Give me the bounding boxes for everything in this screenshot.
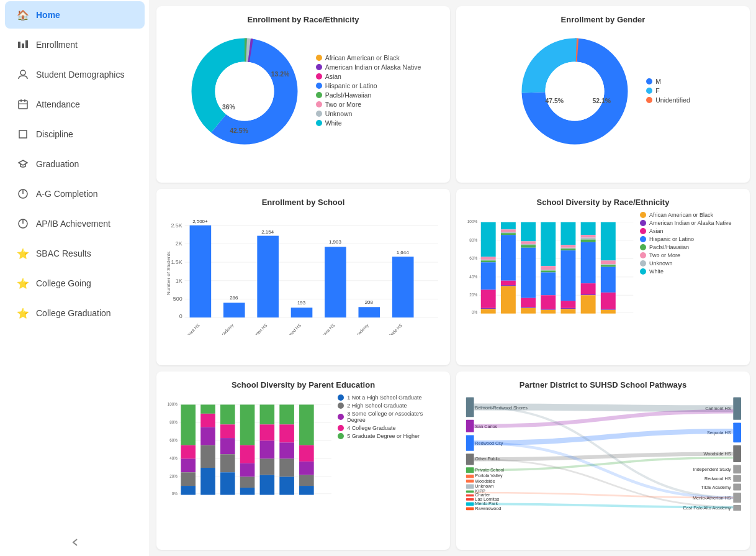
svg-rect-154: [181, 445, 196, 459]
sidebar-item-ap-ib[interactable]: AP/IB Achievement: [5, 210, 145, 237]
svg-text:2K: 2K: [176, 240, 182, 247]
svg-rect-173: [240, 463, 255, 477]
svg-rect-133: [601, 260, 616, 264]
svg-text:1,903: 1,903: [329, 239, 341, 245]
sidebar-item-ag-completion[interactable]: A-G Completion: [5, 180, 145, 207]
svg-rect-213: [466, 494, 474, 497]
svg-text:Carlmont HS: Carlmont HS: [173, 507, 189, 508]
sidebar-item-college-graduation[interactable]: ⭐ College Graduation: [5, 299, 145, 327]
svg-rect-1: [22, 43, 24, 48]
sidebar-item-attendance[interactable]: Attendance: [5, 91, 145, 118]
svg-rect-186: [279, 459, 294, 477]
svg-rect-83: [481, 289, 496, 308]
svg-text:20%: 20%: [469, 293, 477, 297]
svg-text:East Palo Alto: East Palo Alto: [491, 326, 508, 326]
svg-rect-181: [260, 475, 275, 495]
svg-rect-225: [733, 445, 741, 462]
svg-rect-116: [560, 248, 575, 248]
enrollment-race-title: Enrollment by Race/Ethnicity: [165, 15, 441, 24]
svg-rect-177: [260, 405, 275, 425]
svg-rect-233: [733, 493, 741, 503]
svg-text:60%: 60%: [169, 439, 178, 443]
svg-text:Woodside HS: Woodside HS: [290, 507, 307, 508]
sidebar-label-student-demographics: Student Demographics: [36, 70, 124, 80]
parent-edu-svg: 100% 80% 60% 40% 20% 0%: [165, 394, 334, 508]
ap-ib-icon: [16, 217, 30, 230]
svg-rect-112: [541, 310, 556, 314]
svg-rect-209: [466, 485, 474, 489]
svg-text:1.5K: 1.5K: [171, 259, 182, 265]
svg-rect-134: [601, 264, 616, 265]
svg-rect-78: [481, 222, 496, 257]
svg-text:Woodside HS: Woodside HS: [382, 322, 403, 334]
sidebar-item-sbac[interactable]: ⭐ SBAC Results: [5, 240, 145, 267]
svg-rect-123: [581, 222, 596, 235]
sidebar-label-college-going: College Going: [36, 278, 91, 288]
svg-rect-168: [220, 455, 235, 473]
svg-rect-89: [501, 232, 516, 233]
svg-rect-191: [299, 462, 314, 475]
svg-rect-197: [466, 420, 474, 432]
race-donut-svg: 36% 42.5% 13.2%: [186, 29, 304, 153]
svg-text:East Palo Alto Academy: East Palo Alto Academy: [199, 322, 235, 334]
enrollment-gender-chart: 47.5% 52.1% M F Unidentified: [465, 29, 741, 153]
svg-text:2,154: 2,154: [261, 229, 274, 234]
enrollment-gender-card: Enrollment by Gender 47.5% 52.1% M F Uni…: [456, 6, 750, 183]
ag-icon: [16, 187, 30, 201]
svg-rect-160: [200, 414, 215, 427]
sidebar-item-enrollment[interactable]: Enrollment: [5, 31, 145, 58]
svg-rect-4: [19, 101, 27, 109]
svg-text:52.1%: 52.1%: [593, 98, 611, 104]
sidebar-collapse-button[interactable]: [0, 529, 150, 556]
svg-rect-80: [481, 260, 496, 260]
svg-text:100%: 100%: [168, 403, 178, 407]
enrollment-school-title: Enrollment by School: [165, 198, 441, 207]
svg-rect-118: [560, 250, 575, 301]
svg-rect-159: [200, 405, 215, 414]
sidebar-item-student-demographics[interactable]: Student Demographics: [5, 61, 145, 88]
svg-rect-221: [733, 398, 741, 420]
sidebar-label-discipline: Discipline: [36, 129, 73, 139]
svg-text:TIDE Academy: TIDE Academy: [570, 326, 588, 326]
svg-rect-114: [560, 222, 575, 245]
sidebar-label-ap-ib: AP/IB Achievement: [36, 219, 110, 229]
svg-text:2,500+: 2,500+: [192, 219, 208, 224]
svg-text:0%: 0%: [172, 491, 178, 496]
sidebar-item-graduation[interactable]: Graduation: [5, 150, 145, 178]
svg-rect-231: [733, 484, 741, 491]
svg-text:40%: 40%: [469, 274, 477, 278]
svg-rect-137: [601, 293, 616, 309]
svg-rect-49: [257, 235, 279, 317]
svg-rect-199: [466, 435, 474, 451]
school-diversity-parent-edu-card: School Diversity by Parent Education 100…: [156, 371, 450, 550]
partner-district-title: Partner District to SUHSD School Pathway…: [465, 380, 741, 390]
sidebar-label-ag-completion: A-G Completion: [36, 189, 98, 199]
svg-text:East Palo Alto: East Palo Alto: [191, 507, 209, 508]
enrollment-race-card: Enrollment by Race/Ethnicity: [156, 6, 450, 183]
svg-rect-139: [601, 310, 616, 314]
svg-rect-185: [279, 443, 294, 459]
svg-rect-172: [240, 445, 255, 463]
svg-rect-82: [481, 262, 496, 289]
svg-rect-109: [541, 272, 556, 295]
svg-rect-45: [190, 226, 212, 317]
sidebar-item-home[interactable]: 🏠 Home: [5, 1, 145, 29]
svg-rect-136: [601, 267, 616, 292]
svg-rect-171: [240, 405, 255, 445]
svg-rect-2: [25, 40, 28, 48]
sidebar-item-college-going[interactable]: ⭐ College Going: [5, 270, 145, 297]
svg-rect-183: [279, 405, 294, 425]
svg-text:36%: 36%: [222, 104, 235, 111]
svg-text:Redwood HS: Redwood HS: [532, 326, 549, 326]
svg-rect-93: [501, 285, 516, 286]
svg-rect-193: [299, 486, 314, 495]
svg-text:Menlo-Atherton: Menlo-Atherton: [510, 326, 529, 326]
sidebar-item-discipline[interactable]: Discipline: [5, 121, 145, 148]
svg-rect-184: [279, 425, 294, 443]
svg-text:Carlmont HS: Carlmont HS: [180, 322, 200, 334]
svg-rect-106: [541, 266, 556, 270]
enrollment-gender-title: Enrollment by Gender: [465, 15, 741, 24]
svg-rect-99: [521, 245, 536, 247]
svg-rect-192: [299, 475, 314, 486]
enrollment-race-chart: 36% 42.5% 13.2% African American or Blac…: [165, 29, 441, 153]
